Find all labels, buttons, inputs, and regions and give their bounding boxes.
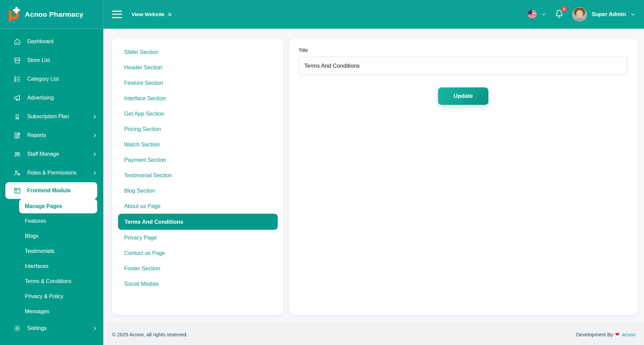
sidebar-item-staff-manage[interactable]: Staff Manage (0, 145, 103, 163)
notification-bell[interactable]: 0 (554, 9, 564, 20)
page-link-label: Footer Section (124, 265, 160, 272)
page-link-testimonial-section[interactable]: Testimonial Section (118, 167, 278, 183)
page-link-slider-section[interactable]: Slider Section (118, 44, 278, 60)
hamburger-menu-icon[interactable] (112, 11, 122, 18)
home-icon (13, 38, 21, 46)
page-link-label: Interface Section (124, 95, 166, 101)
us-flag-icon[interactable] (528, 10, 537, 19)
sidebar-subitem-label: Interfaces (25, 263, 48, 269)
language-chevron-down-icon[interactable] (541, 12, 546, 17)
double-chevron-right-icon (167, 12, 173, 17)
sidebar-subitem-label: Blogs (25, 233, 38, 239)
user-name: Super Admin (592, 11, 626, 17)
page-link-payment-section[interactable]: Payment Section (118, 152, 278, 167)
sidebar-item-reports[interactable]: Reports (0, 126, 103, 145)
page-link-watch-section[interactable]: Watch Section (118, 137, 278, 152)
sidebar-subitem-label: Messages (25, 308, 49, 315)
staff-users-icon (13, 150, 21, 158)
sidebar-item-frontend-module[interactable]: Frontend Module (5, 182, 97, 199)
sidebar-subitem-features[interactable]: Features (0, 213, 103, 228)
page-link-label: About us Page (124, 203, 160, 209)
page-link-social-medias[interactable]: Social Medias (118, 276, 278, 291)
header-main: View Website 0 (103, 0, 644, 28)
sidebar-subitem-label: Terms & Conditions (25, 278, 71, 284)
view-website-label: View Website (131, 11, 165, 17)
title-input[interactable] (299, 57, 628, 75)
sidebar-item-settings[interactable]: Settings (0, 319, 103, 338)
sidebar-subitem-label: Testimonials (25, 248, 54, 254)
page-link-header-section[interactable]: Header Section (118, 60, 278, 75)
sidebar-subitem-privacy-policy[interactable]: Privacy & Policy (0, 289, 103, 304)
pharmacy-logo-icon (6, 7, 21, 22)
page-link-get-app-section[interactable]: Get App Section (118, 106, 278, 121)
chevron-right-icon (92, 326, 97, 331)
megaphone-icon (13, 94, 21, 102)
sidebar-item-category-list[interactable]: Category List (0, 70, 103, 88)
page-link-about-us-page[interactable]: About us Page (118, 198, 278, 214)
page-link-terms-and-conditions[interactable]: Terms And Conditions (118, 214, 278, 230)
main-content: Slider Section Header Section Feature Se… (103, 29, 644, 345)
page-link-label: Feature Section (124, 80, 163, 86)
sidebar-item-label: Settings (27, 325, 86, 331)
top-header: Acnoo Pharmacy View Website (0, 0, 644, 29)
heart-icon: ❤ (615, 331, 620, 338)
notification-count-badge: 0 (561, 6, 567, 12)
user-gear-icon (13, 169, 21, 177)
user-chevron-down-icon[interactable] (631, 12, 635, 17)
page-footer: © 2025 Acnoo, all rights reserved. Devel… (103, 323, 644, 345)
sidebar-item-label: Roles & Permissions (27, 170, 86, 176)
chevron-right-icon (92, 170, 97, 176)
sidebar-subitem-label: Privacy & Policy (25, 293, 63, 299)
page-link-label: Watch Section (124, 141, 160, 148)
sidebar-item-dashboard[interactable]: Dashboard (0, 32, 103, 51)
sidebar-item-advertising[interactable]: Advertising (0, 88, 103, 107)
page-link-label: Get App Section (124, 111, 164, 117)
sidebar-subitem-manage-pages[interactable]: Manage Pages (19, 199, 97, 213)
page-link-footer-section[interactable]: Footer Section (118, 261, 278, 276)
acnoo-link[interactable]: acnoo (622, 332, 635, 337)
sidebar-subitem-interfaces[interactable]: Interfaces (0, 259, 103, 274)
page-link-blog-section[interactable]: Blog Section (118, 183, 278, 198)
page-link-label: Payment Section (124, 157, 166, 163)
page-link-label: Social Medias (124, 281, 159, 287)
chevron-right-icon (92, 133, 97, 138)
brand-logo-area[interactable]: Acnoo Pharmacy (0, 0, 103, 28)
sidebar-item-label: Advertising (27, 95, 97, 101)
sidebar-item-label: Dashboard (27, 39, 97, 45)
sidebar-subitem-label: Features (25, 218, 46, 224)
page-link-label: Slider Section (124, 49, 158, 55)
chevron-right-icon (92, 152, 97, 157)
sidebar-item-store-list[interactable]: Store List (0, 51, 103, 70)
page-link-label: Pricing Section (124, 126, 161, 132)
brand-title: Acnoo Pharmacy (25, 10, 83, 18)
page-link-interface-section[interactable]: Interface Section (118, 90, 278, 106)
user-avatar[interactable] (572, 7, 587, 22)
window-icon (13, 187, 21, 195)
app-root: Acnoo Pharmacy View Website (0, 0, 644, 345)
title-field-label: Title (299, 47, 628, 53)
page-link-label: Header Section (124, 64, 162, 71)
sidebar-item-label: Frontend Module (27, 188, 93, 194)
copyright-text: © 2025 Acnoo, all rights reserved. (112, 332, 187, 337)
sidebar-subitem-messages[interactable]: Messages (0, 304, 103, 319)
page-link-contuct-us-page[interactable]: Contuct us Page (118, 245, 278, 261)
sidebar-subitem-terms-conditions[interactable]: Terms & Conditions (0, 274, 103, 289)
edit-form-card: Title Update (289, 39, 637, 315)
update-button[interactable]: Update (438, 87, 488, 105)
report-icon (13, 132, 21, 139)
page-link-privacy-page[interactable]: Privacy Page (118, 230, 278, 245)
page-link-label: Terms And Conditions (124, 219, 183, 225)
page-link-pricing-section[interactable]: Pricing Section (118, 121, 278, 137)
sidebar-subitem-blogs[interactable]: Blogs (0, 228, 103, 244)
page-link-feature-section[interactable]: Feature Section (118, 75, 278, 90)
sidebar-subitem-label: Manage Pages (25, 203, 62, 209)
development-credit: Development By ❤ acnoo (576, 331, 635, 338)
view-website-link[interactable]: View Website (131, 11, 173, 17)
pages-list-card: Slider Section Header Section Feature Se… (112, 39, 283, 315)
category-list-icon (13, 75, 21, 83)
sidebar-item-subscription-plan[interactable]: Subscription Plan (0, 107, 103, 126)
sidebar-item-roles-permissions[interactable]: Roles & Permissions (0, 163, 103, 182)
header-right: 0 Super Admin (528, 7, 635, 22)
sidebar-item-label: Store List (27, 57, 97, 63)
sidebar-subitem-testimonials[interactable]: Testimonials (0, 244, 103, 259)
